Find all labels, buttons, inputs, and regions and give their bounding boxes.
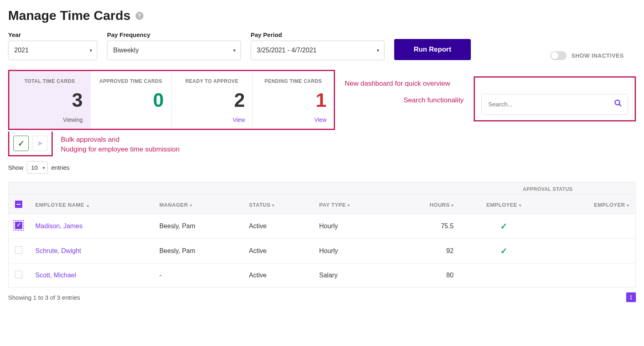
search-icon[interactable] [614,99,622,109]
search-input-wrap[interactable] [481,94,628,115]
sort-icon: ▾ [348,203,350,208]
dash-view-link[interactable]: View [260,117,326,123]
status-cell: Active [243,214,313,239]
time-cards-table: APPROVAL STATUS EMPLOYEE NAME▲ MANAGER▾ … [9,182,635,287]
show-entries-row: Show 10 ▾ entries [8,161,636,174]
manager-cell: - [153,264,243,288]
sort-icon: ▾ [190,203,192,208]
employee-approval-cell [460,264,547,288]
paytype-cell: Salary [313,264,393,288]
show-suffix: entries [51,164,69,171]
year-label: Year [8,31,97,38]
dash-card-ready[interactable]: READY TO APPROVE 2 View [172,71,253,129]
show-value: 10 [31,164,38,171]
sort-icon: ▾ [451,203,454,208]
search-area: Search functionality [474,76,636,121]
chevron-down-icon: ▾ [377,48,379,53]
table-row: Schrute, DwightBeesly, PamActiveHourly92… [9,239,635,264]
dash-view-link[interactable]: View [179,117,245,123]
dash-viewing: Viewing [17,117,83,123]
period-filter-group: Pay Period 3/25/2021 - 4/7/2021 ▾ [251,31,384,60]
bulk-actions-box: ✓ ➤ [8,132,53,156]
row-checkbox[interactable] [15,271,22,278]
hours-cell: 92 [393,239,460,264]
dash-value: 1 [260,91,326,110]
entries-info: Showing 1 to 3 of 3 entries [8,294,80,301]
period-value: 3/25/2021 - 4/7/2021 [257,47,317,54]
bulk-nudge-button[interactable]: ➤ [32,136,47,151]
row-checkbox[interactable] [15,222,22,229]
employee-approval-cell: ✓ [460,214,547,239]
search-input[interactable] [487,100,611,108]
frequency-select[interactable]: Biweekly ▾ [107,41,241,60]
col-status[interactable]: STATUS▾ [243,194,313,214]
page-1-button[interactable]: 1 [626,292,636,302]
chevron-down-icon: ▾ [233,48,236,53]
sort-icon: ▾ [272,203,275,208]
bulk-annot-line1: Bulk approvals and [61,136,120,143]
frequency-value: Biweekly [113,47,139,54]
svg-line-1 [619,104,621,106]
show-inactives-wrap: SHOW INACTIVES [550,51,636,60]
employer-approval-cell [547,239,635,264]
check-icon: ✓ [500,222,507,231]
status-cell: Active [243,239,313,264]
year-filter-group: Year 2021 ▾ [8,31,97,60]
filter-row: Year 2021 ▾ Pay Frequency Biweekly ▾ Pay… [8,31,636,60]
col-paytype[interactable]: PAY TYPE▾ [313,194,393,214]
sort-icon: ▾ [627,203,629,208]
manager-cell: Beesly, Pam [153,239,243,264]
check-icon: ✓ [18,138,25,148]
paytype-cell: Hourly [313,239,393,264]
col-employer-approval[interactable]: EMPLOYER▾ [547,194,635,214]
dash-label: TOTAL TIME CARDS [17,78,83,84]
employee-link[interactable]: Schrute, Dwight [35,247,81,254]
col-employee-approval[interactable]: EMPLOYEE▾ [460,194,547,214]
employer-approval-cell [547,214,635,239]
page-title: Manage Time Cards ? [8,8,636,23]
svg-point-0 [615,100,620,105]
show-inactives-label: SHOW INACTIVES [571,52,624,59]
col-employee[interactable]: EMPLOYEE NAME▲ [29,194,153,214]
time-cards-table-wrap: APPROVAL STATUS EMPLOYEE NAME▲ MANAGER▾ … [8,182,636,288]
dashboard-annotation: New dashboard for quick overview [345,70,450,88]
dash-card-total[interactable]: TOTAL TIME CARDS 3 Viewing [9,71,90,129]
employee-link[interactable]: Scott, Michael [35,272,76,279]
page-title-text: Manage Time Cards [8,8,131,23]
show-entries-select[interactable]: 10 ▾ [27,161,48,174]
period-label: Pay Period [251,31,384,38]
frequency-label: Pay Frequency [107,31,241,38]
year-value: 2021 [14,47,29,54]
employee-link[interactable]: Madison, James [35,223,83,229]
dash-card-approved[interactable]: APPROVED TIME CARDS 0 [90,71,172,129]
check-icon: ✓ [500,247,507,255]
manager-cell: Beesly, Pam [153,214,243,239]
run-report-button[interactable]: Run Report [394,39,471,60]
show-inactives-toggle[interactable] [550,51,567,60]
table-footer: Showing 1 to 3 of 3 entries 1 [8,292,636,302]
paytype-cell: Hourly [313,214,393,239]
bulk-annotation: Bulk approvals and Nudging for employee … [61,132,180,154]
year-select[interactable]: 2021 ▾ [8,41,97,60]
help-icon[interactable]: ? [135,12,144,20]
chevron-down-icon: ▾ [90,48,92,53]
dash-label: PENDING TIME CARDS [260,78,326,84]
dash-value: 0 [98,91,164,110]
dash-value: 2 [179,91,245,110]
show-prefix: Show [8,164,24,171]
select-all-checkbox[interactable] [15,201,22,208]
table-row: Scott, Michael-ActiveSalary80 [9,264,635,288]
dash-label: APPROVED TIME CARDS [98,78,164,84]
search-annotation: Search functionality [404,96,464,104]
row-checkbox[interactable] [15,247,22,254]
dash-card-pending[interactable]: PENDING TIME CARDS 1 View [253,71,334,129]
col-hours[interactable]: HOURS▾ [393,194,460,214]
cursor-icon: ➤ [37,139,43,148]
bulk-approve-button[interactable]: ✓ [13,136,29,151]
col-manager[interactable]: MANAGER▾ [153,194,243,214]
employee-approval-cell: ✓ [460,239,547,264]
period-select[interactable]: 3/25/2021 - 4/7/2021 ▾ [251,41,384,60]
table-row: Madison, JamesBeesly, PamActiveHourly75.… [9,214,635,239]
frequency-filter-group: Pay Frequency Biweekly ▾ [107,31,241,60]
search-outlined: Search functionality [474,76,636,121]
